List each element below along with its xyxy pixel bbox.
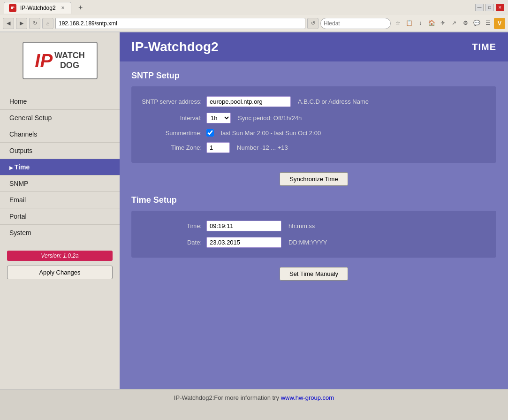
sidebar-item-portal[interactable]: Portal [0, 208, 120, 225]
sntp-form-panel: SNTP server address: A.B.C.D or Address … [131, 86, 496, 163]
sidebar-item-email[interactable]: Email [0, 192, 120, 208]
refresh-button[interactable]: ↻ [29, 18, 40, 29]
sidebar-logo-area: IP WATCH DOG [0, 32, 120, 89]
date-label: Date: [141, 239, 206, 246]
footer-text: IP-Watchdog2:For more information try [174, 394, 281, 401]
sntp-interval-hint: Sync period: Off/1h/24h [238, 115, 302, 122]
time-row: Time: hh:mm:ss [141, 218, 487, 234]
date-format-hint: DD:MM:YYYY [288, 239, 327, 246]
close-button[interactable]: ✕ [496, 4, 504, 11]
browser-tab[interactable]: IP IP-Watchdog2 ✕ [4, 2, 71, 14]
sntp-timezone-label: Time Zone: [141, 144, 206, 151]
sntp-summertime-checkbox[interactable] [206, 129, 214, 137]
sidebar-item-snmp[interactable]: SNMP [0, 176, 120, 192]
logo-watchdog-text: WATCH DOG [54, 51, 85, 70]
send-icon[interactable]: ✈ [438, 18, 448, 28]
sntp-timezone-input[interactable] [206, 142, 230, 153]
bookmark-list-icon[interactable]: 📋 [404, 18, 414, 28]
main-title: IP-Watchdog2 [131, 39, 219, 54]
sntp-server-input[interactable] [206, 96, 291, 107]
date-input[interactable] [206, 237, 281, 248]
sntp-summertime-row: Summertime: last Sun Mar 2:00 - last Sun… [141, 126, 487, 139]
minimize-button[interactable]: — [475, 4, 484, 11]
sntp-summertime-hint: last Sun Mar 2:00 - last Sun Oct 2:00 [221, 130, 321, 137]
settings-icon[interactable]: ⚙ [460, 18, 470, 28]
sidebar: IP WATCH DOG Home General Setup Channels… [0, 32, 120, 389]
sidebar-version: Version: 1.0.2a [7, 251, 113, 261]
time-section-title: Time Setup [131, 195, 496, 205]
address-bar[interactable] [55, 18, 305, 29]
sntp-summertime-label: Summertime: [141, 130, 206, 137]
time-form-panel: Time: hh:mm:ss Date: DD:MM:YYYY [131, 211, 496, 258]
content-area: SNTP Setup SNTP server address: A.B.C.D … [120, 61, 508, 299]
sntp-interval-row: Interval: Off 1h 24h Sync period: Off/1h… [141, 110, 487, 126]
sntp-interval-select[interactable]: Off 1h 24h [206, 113, 231, 123]
sntp-timezone-row: Time Zone: Number -12 ... +13 [141, 139, 487, 156]
sidebar-item-channels[interactable]: Channels [0, 126, 120, 143]
vivaldi-button[interactable]: V [494, 18, 505, 29]
tab-favicon: IP [9, 4, 16, 12]
logo-ip-text: IP [35, 50, 53, 71]
footer-link[interactable]: www.hw-group.com [281, 394, 334, 401]
forward-button[interactable]: ▶ [16, 18, 27, 29]
sidebar-item-outputs[interactable]: Outputs [0, 143, 120, 159]
window-controls: — □ ✕ [475, 4, 504, 11]
sntp-interval-label: Interval: [141, 115, 206, 122]
date-row: Date: DD:MM:YYYY [141, 234, 487, 251]
new-tab-button[interactable]: + [75, 2, 86, 13]
restore-button[interactable]: □ [485, 4, 494, 11]
home-button[interactable]: ⌂ [42, 18, 53, 29]
time-format-hint: hh:mm:ss [288, 222, 315, 229]
nav-bar: ◀ ▶ ↻ ⌂ ↺ ☆ 📋 ↓ 🏠 ✈ ↗ ⚙ 💬 ☰ V [0, 15, 508, 32]
sidebar-nav: Home General Setup Channels Outputs Time… [0, 93, 120, 241]
browser-chrome: IP IP-Watchdog2 ✕ + — □ ✕ ◀ ▶ ↻ ⌂ ↺ ☆ 📋 … [0, 0, 508, 32]
sntp-server-label: SNTP server address: [141, 98, 206, 105]
sntp-timezone-hint: Number -12 ... +13 [237, 144, 288, 151]
main-header: IP-Watchdog2 Time [120, 32, 508, 61]
sntp-server-row: SNTP server address: A.B.C.D or Address … [141, 93, 487, 110]
logo-dog: DOG [60, 61, 79, 70]
chat-icon[interactable]: 💬 [471, 18, 482, 28]
reload-button[interactable]: ↺ [307, 18, 318, 29]
sidebar-item-time[interactable]: Time [0, 159, 120, 176]
time-input[interactable] [206, 221, 281, 231]
search-input[interactable] [320, 18, 391, 29]
share-icon[interactable]: ↗ [449, 18, 459, 28]
download-icon[interactable]: ↓ [415, 18, 425, 28]
sidebar-item-system[interactable]: System [0, 225, 120, 241]
tab-title: IP-Watchdog2 [20, 5, 56, 11]
main-section-title: Time [472, 42, 496, 53]
main-content: IP-Watchdog2 Time SNTP Setup SNTP server… [120, 32, 508, 389]
logo-watch: WATCH [54, 51, 85, 61]
synchronize-time-button[interactable]: Synchronize Time [280, 172, 348, 186]
menu-icon[interactable]: ☰ [483, 18, 493, 28]
set-time-manually-button[interactable]: Set Time Manualy [280, 267, 348, 281]
nav-icons: ☆ 📋 ↓ 🏠 ✈ ↗ ⚙ 💬 ☰ V [393, 18, 505, 29]
time-label: Time: [141, 222, 206, 229]
page-content: IP WATCH DOG Home General Setup Channels… [0, 32, 508, 389]
sidebar-item-home[interactable]: Home [0, 93, 120, 110]
logo-box: IP WATCH DOG [23, 42, 98, 79]
sidebar-item-general-setup[interactable]: General Setup [0, 110, 120, 126]
back-button[interactable]: ◀ [3, 18, 14, 29]
home-nav-icon[interactable]: 🏠 [426, 18, 437, 28]
sntp-server-hint: A.B.C.D or Address Name [298, 98, 369, 105]
page-footer: IP-Watchdog2:For more information try ww… [0, 389, 508, 406]
bookmark-star-icon[interactable]: ☆ [393, 18, 403, 28]
apply-changes-button[interactable]: Apply Changes [7, 266, 113, 279]
title-bar: IP IP-Watchdog2 ✕ + — □ ✕ [0, 0, 508, 15]
title-bar-left: IP IP-Watchdog2 ✕ + [4, 2, 86, 14]
tab-close-button[interactable]: ✕ [60, 5, 66, 11]
sntp-section-title: SNTP Setup [131, 71, 496, 81]
